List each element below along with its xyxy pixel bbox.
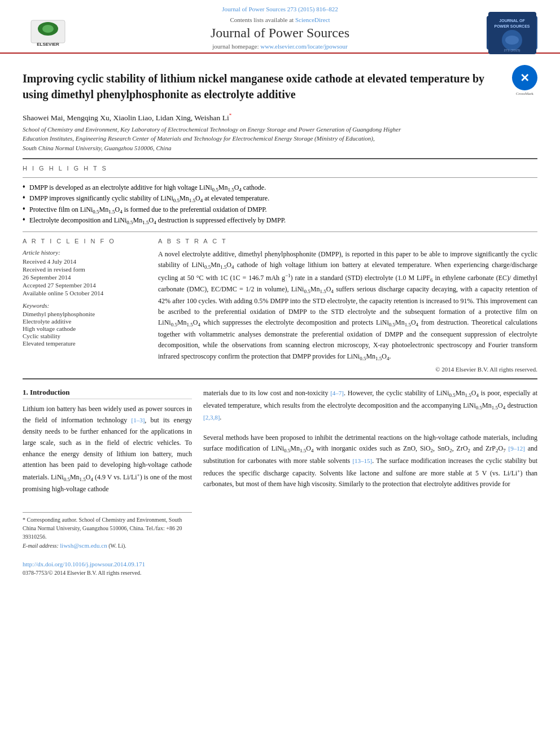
footnote-corresponding: * Corresponding author. School of Chemis… bbox=[23, 516, 192, 541]
introduction-heading: 1. Introduction bbox=[23, 388, 192, 399]
right-col: materials due to its low cost and non-to… bbox=[203, 388, 537, 577]
homepage-line: journal homepage: www.elsevier.com/locat… bbox=[73, 43, 487, 50]
abstract-text: A novel electrolyte additive, dimethyl p… bbox=[158, 249, 537, 363]
crossmark-icon: ✕ bbox=[512, 65, 537, 90]
issn-line: 0378-7753/© 2014 Elsevier B.V. All right… bbox=[23, 569, 192, 577]
article-info-label: A R T I C L E I N F O bbox=[23, 238, 147, 244]
svg-text:ELSEVIER: ELSEVIER bbox=[37, 42, 59, 47]
doi-link[interactable]: http://dx.doi.org/10.1016/j.jpowsour.201… bbox=[23, 561, 145, 567]
keyword-3: High voltage cathode bbox=[23, 325, 147, 332]
journal-header: Journal of Power Sources 273 (2015) 816–… bbox=[0, 0, 560, 54]
highlights-label: H I G H L I G H T S bbox=[23, 165, 537, 172]
received-date: Received 4 July 2014 bbox=[23, 258, 147, 265]
affiliation: School of Chemistry and Environment, Key… bbox=[23, 125, 537, 153]
left-col: 1. Introduction Lithium ion battery has … bbox=[23, 388, 192, 577]
keyword-1: Dimethyl phenylphosphonite bbox=[23, 311, 147, 317]
keywords-title: Keywords: bbox=[23, 302, 147, 309]
paper-title-row: Improving cyclic stability of lithium ni… bbox=[23, 62, 537, 108]
received-revised-label: Received in revised form bbox=[23, 266, 147, 273]
abstract-col: A B S T R A C T A novel electrolyte addi… bbox=[158, 238, 537, 373]
highlight-item-4: Electrolyte decomposition and LiNi0.5Mn1… bbox=[23, 216, 537, 225]
journal-ref: Journal of Power Sources 273 (2015) 816–… bbox=[11, 6, 549, 12]
svg-text:273 (2015): 273 (2015) bbox=[504, 49, 520, 52]
journal-logo-right: JOURNAL OF POWER SOURCES 273 (2015) bbox=[487, 16, 537, 50]
keyword-2: Electrolyte additive bbox=[23, 318, 147, 325]
article-history-title: Article history: bbox=[23, 249, 147, 256]
journal-title-center: Contents lists available at ScienceDirec… bbox=[73, 16, 487, 50]
highlight-item-2: DMPP improves significantly cyclic stabi… bbox=[23, 194, 537, 203]
divider-body bbox=[23, 378, 537, 379]
intro-paragraph-1: Lithium ion battery has been widely used… bbox=[23, 404, 192, 495]
elsevier-logo: ELSEVIER bbox=[23, 16, 73, 50]
svg-text:JOURNAL OF: JOURNAL OF bbox=[499, 19, 525, 23]
available-date: Available online 5 October 2014 bbox=[23, 290, 147, 296]
intro-paragraph-2: materials due to its low cost and non-to… bbox=[203, 388, 537, 423]
keyword-5: Elevated temperature bbox=[23, 340, 147, 347]
article-abstract-section: A R T I C L E I N F O Article history: R… bbox=[23, 238, 537, 373]
svg-text:POWER SOURCES: POWER SOURCES bbox=[494, 24, 530, 28]
divider-thick bbox=[23, 158, 537, 159]
keyword-4: Cyclic stability bbox=[23, 333, 147, 339]
highlight-item-1: DMPP is developed as an electrolyte addi… bbox=[23, 184, 537, 193]
sciencedirect-link[interactable]: ScienceDirect bbox=[295, 16, 330, 23]
crossmark: ✕ CrossMark bbox=[512, 65, 537, 90]
highlights-section: H I G H L I G H T S DMPP is developed as… bbox=[23, 165, 537, 232]
sciencedirect-line: Contents lists available at ScienceDirec… bbox=[73, 16, 487, 23]
authors-line: Shaowei Mai, Mengqing Xu, Xiaolin Liao, … bbox=[23, 112, 537, 123]
main-body: 1. Introduction Lithium ion battery has … bbox=[23, 388, 537, 577]
journal-main-title: Journal of Power Sources bbox=[73, 25, 487, 41]
paper-content: Improving cyclic stability of lithium ni… bbox=[0, 54, 560, 586]
email-link[interactable]: liwsh@scm.edu.cn bbox=[60, 542, 107, 549]
doi-line: http://dx.doi.org/10.1016/j.jpowsour.201… bbox=[23, 560, 192, 569]
copyright: © 2014 Elsevier B.V. All rights reserved… bbox=[158, 366, 537, 373]
received-revised-date: 26 September 2014 bbox=[23, 274, 147, 281]
divider2 bbox=[23, 231, 537, 232]
homepage-link[interactable]: www.elsevier.com/locate/jpowsour bbox=[260, 43, 347, 50]
paper-title: Improving cyclic stability of lithium ni… bbox=[23, 71, 506, 102]
highlight-item-3: Protective film on LiNi0.5Mn1.5O4 is for… bbox=[23, 206, 537, 215]
divider1 bbox=[23, 177, 537, 178]
footnote-section: * Corresponding author. School of Chemis… bbox=[23, 512, 192, 577]
svg-point-2 bbox=[42, 25, 54, 33]
article-info-col: A R T I C L E I N F O Article history: R… bbox=[23, 238, 147, 373]
svg-point-8 bbox=[505, 36, 519, 45]
intro-paragraph-3: Several methods have been proposed to in… bbox=[203, 433, 537, 490]
footnote-email: E-mail address: liwsh@scm.edu.cn (W. Li)… bbox=[23, 541, 192, 551]
abstract-label: A B S T R A C T bbox=[158, 238, 537, 244]
accepted-date: Accepted 27 September 2014 bbox=[23, 282, 147, 289]
